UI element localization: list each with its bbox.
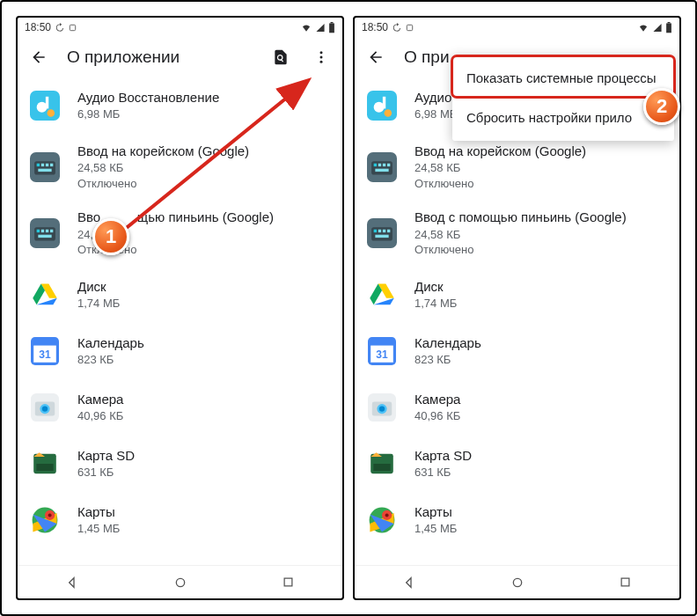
keyboard-icon	[30, 152, 60, 182]
app-list-item[interactable]: Ввод с помощью пиньинь (Google)24,58 КБО…	[355, 200, 679, 266]
app-list-item[interactable]: Диск1,74 МБ	[355, 267, 679, 323]
nav-recent[interactable]	[271, 576, 306, 589]
svg-rect-54	[378, 163, 381, 165]
navigation-bar	[18, 565, 342, 598]
app-list-item[interactable]: Аудио Восстановление6,98 МБ	[18, 77, 342, 134]
app-status: Отключено	[415, 242, 667, 258]
app-list: Аудио Восстановление6,98 МБВвод на корей…	[355, 77, 679, 565]
app-list-item[interactable]: Карта SD631 КБ	[355, 436, 679, 492]
svg-rect-11	[34, 161, 55, 174]
svg-rect-45	[666, 23, 671, 33]
app-list-item[interactable]: Диск1,74 МБ	[18, 267, 342, 323]
navigation-bar	[355, 565, 679, 598]
audio-recovery-icon	[367, 91, 397, 121]
annotation-badge-2: 2	[643, 88, 680, 125]
battery-icon	[665, 22, 672, 33]
nav-back[interactable]	[392, 576, 427, 590]
drive-icon	[30, 280, 60, 310]
nav-back[interactable]	[55, 576, 90, 590]
svg-point-42	[176, 578, 184, 586]
app-name: Аудио Восстановление	[77, 89, 330, 106]
maps-icon	[367, 505, 397, 535]
app-sub: 631 КБ	[415, 465, 667, 480]
camera-icon	[367, 392, 397, 422]
svg-text:31: 31	[376, 348, 388, 361]
keyboard-pinyin-icon	[367, 218, 397, 248]
status-bar: 18:50	[18, 18, 342, 37]
find-in-page-icon[interactable]	[268, 45, 293, 70]
app-status: Отключено	[415, 176, 667, 192]
app-text: Календарь823 КБ	[77, 334, 330, 368]
back-button[interactable]	[363, 45, 388, 70]
app-text: Карта SD631 КБ	[415, 447, 667, 480]
app-list-item[interactable]: Карты1,45 МБ	[355, 492, 679, 548]
svg-rect-15	[50, 163, 53, 165]
status-time: 18:50	[25, 21, 51, 33]
app-name: Ввод на корейском (Google)	[77, 143, 330, 160]
svg-rect-60	[374, 230, 377, 232]
app-status: Отключено	[77, 176, 330, 192]
wifi-icon	[300, 23, 312, 33]
svg-rect-57	[375, 168, 388, 171]
back-button[interactable]	[26, 45, 51, 70]
app-name: Ввод с помощью пиньинь (Google)	[415, 209, 667, 226]
app-text: Календарь823 КБ	[415, 334, 667, 368]
app-list-item[interactable]: Вво щью пиньинь (Google)24,58 КБОтключен…	[18, 200, 342, 266]
nav-home[interactable]	[163, 576, 198, 590]
audio-recovery-icon	[30, 91, 60, 121]
app-text: Аудио Восстановление6,98 МБ	[77, 89, 330, 122]
svg-rect-19	[37, 230, 40, 232]
app-text: Диск1,74 МБ	[415, 278, 667, 312]
nav-home[interactable]	[500, 576, 535, 590]
svg-rect-52	[371, 161, 393, 174]
app-list-item[interactable]: 31Календарь823 КБ	[355, 323, 679, 379]
app-list-item[interactable]: Ввод на корейском (Google)24,58 КБОтключ…	[18, 134, 342, 200]
svg-rect-16	[38, 168, 51, 171]
app-list-item[interactable]: Камера40,96 КБ	[355, 379, 679, 436]
menu-reset-prefs[interactable]: Сбросить настройки прило	[452, 98, 674, 137]
svg-rect-13	[41, 163, 44, 165]
app-text: Ввод на корейском (Google)24,58 КБОтключ…	[77, 143, 330, 191]
svg-rect-59	[371, 227, 393, 240]
app-name: Календарь	[77, 334, 330, 352]
svg-text:31: 31	[39, 348, 51, 361]
maps-icon	[30, 505, 60, 535]
app-list-item[interactable]: Карта SD631 КБ	[18, 436, 342, 492]
app-text: Ввод с помощью пиньинь (Google)24,58 КБО…	[415, 209, 667, 257]
app-list: Аудио Восстановление6,98 МБВвод на корей…	[18, 77, 342, 565]
app-text: Камера40,96 КБ	[415, 391, 667, 424]
app-sub: 1,45 МБ	[77, 521, 330, 537]
app-list-item[interactable]: Ввод на корейском (Google)24,58 КБОтключ…	[355, 134, 679, 200]
app-name: Календарь	[415, 334, 667, 352]
overflow-menu: Показать системные процессы Сбросить нас…	[452, 55, 674, 141]
svg-point-74	[379, 406, 385, 411]
svg-point-9	[48, 109, 55, 117]
overflow-menu-icon[interactable]	[309, 45, 334, 70]
svg-rect-84	[621, 578, 629, 586]
menu-show-system[interactable]: Показать системные процессы	[452, 58, 674, 98]
keyboard-pinyin-icon	[30, 218, 60, 248]
app-list-item[interactable]: 31Календарь823 КБ	[18, 323, 342, 379]
svg-rect-18	[34, 227, 55, 240]
app-sub: 24,58 КБ	[415, 227, 667, 243]
svg-point-4	[320, 56, 323, 59]
svg-point-7	[37, 102, 48, 113]
battery-icon	[328, 22, 335, 33]
app-list-item[interactable]: Карты1,45 МБ	[18, 492, 342, 548]
alarm-icon	[68, 23, 77, 33]
svg-point-3	[320, 51, 323, 54]
app-list-item[interactable]: Камера40,96 КБ	[18, 379, 342, 436]
history-icon	[55, 23, 64, 33]
svg-rect-0	[70, 25, 75, 30]
alarm-icon	[405, 23, 415, 33]
svg-rect-61	[378, 230, 381, 232]
svg-rect-49	[383, 97, 385, 109]
svg-rect-62	[383, 230, 385, 232]
nav-recent[interactable]	[608, 576, 643, 589]
app-sub: 1,74 МБ	[415, 296, 667, 312]
app-text: Диск1,74 МБ	[77, 278, 330, 312]
svg-rect-63	[387, 230, 390, 232]
svg-point-82	[385, 513, 389, 517]
app-text: Ввод на корейском (Google)24,58 КБОтключ…	[415, 143, 667, 191]
app-sub: 631 КБ	[77, 465, 330, 480]
